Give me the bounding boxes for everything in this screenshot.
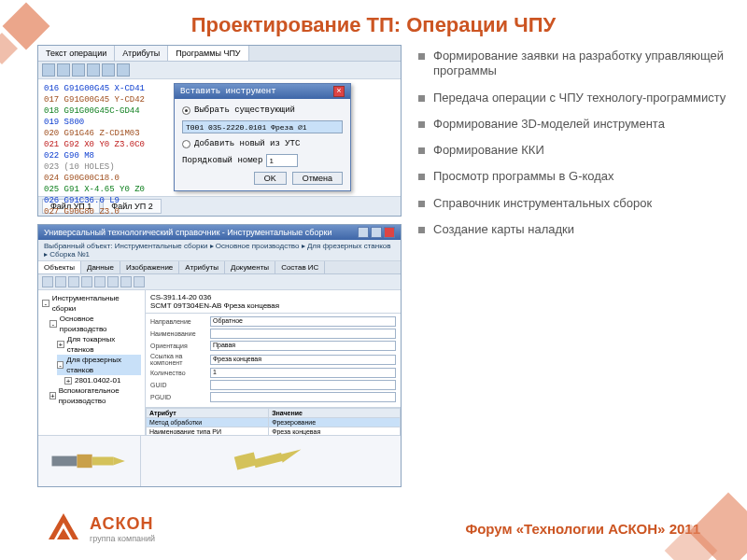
table-row[interactable]: Наименование типа РИФреза концевая [147,427,401,436]
cancel-button[interactable]: Отмена [292,172,343,185]
form-field[interactable]: 1 [210,368,396,378]
grid-header-val: Значение [269,409,401,418]
brand-name: АСКОН [90,514,155,534]
expand-icon[interactable]: + [57,341,64,348]
corner-deco-tl [0,0,75,75]
toolbar-icon[interactable] [134,276,145,287]
svg-rect-4 [234,452,257,469]
attribute-grid: Атрибут Значение Метод обработкиФрезеров… [146,408,401,435]
close-icon[interactable] [384,227,395,238]
ok-button[interactable]: OK [254,172,287,185]
code-window: Текст операции Атрибуты Программы ЧПУ 01… [37,45,402,217]
list-item[interactable]: CS-391.14-20 036 [150,293,396,301]
form-label: Направление [150,318,206,325]
toolbar-icon[interactable] [107,276,119,287]
close-icon[interactable]: × [333,86,345,97]
brand-sub: группа компаний [90,534,155,543]
expand-icon[interactable]: - [57,361,63,369]
expand-icon[interactable]: - [42,300,49,307]
reference-title: Универсальный технологический справочник… [44,228,331,237]
toolbar-icon[interactable] [94,276,106,287]
radio-existing-label: Выбрать существующий [194,105,295,116]
dialog-title: Вставить инструмент [180,86,276,97]
form-label: Ориентация [150,343,206,349]
dialog-titlebar: Вставить инструмент × [175,84,350,99]
toolbar-icon[interactable] [81,276,92,287]
tree-node-label: Основное производство [60,314,141,334]
form-label: GUID [150,382,206,388]
radio-new-uts[interactable] [182,140,190,148]
form-label: Количество [150,370,206,376]
expand-icon[interactable]: + [64,377,72,385]
reference-titlebar: Универсальный технологический справочник… [38,225,401,240]
form-field[interactable] [210,329,396,339]
toolbar-icon[interactable] [68,276,79,287]
form-field[interactable]: Фреза концевая [210,355,396,365]
max-icon[interactable] [371,227,382,238]
toolbar-icon[interactable] [55,276,66,287]
tree-node-label: 2801.0402-01 [75,375,120,385]
insert-tool-dialog: Вставить инструмент × Выбрать существующ… [174,83,351,191]
bullet-item: Просмотр программы в G-кодах [418,169,728,184]
toolbar-icon[interactable] [87,63,100,77]
ref-tab[interactable]: Состав ИС [275,261,325,273]
index-input[interactable] [266,154,298,167]
form-label: Ссылка на компонент [150,353,206,366]
feature-bullets: Формирование заявки на разработку управл… [418,45,728,237]
ref-tab[interactable]: Данные [81,261,120,273]
min-icon[interactable] [358,227,369,238]
form-label: PGUID [150,394,206,400]
toolbar-icon[interactable] [117,63,130,77]
tree-node[interactable]: +Для токарных станков [57,334,141,355]
toolbar-icon[interactable] [102,63,115,77]
code-toolbar [38,62,401,79]
code-window-tabs: Текст операции Атрибуты Программы ЧПУ [38,46,401,62]
svg-rect-2 [92,457,113,466]
tool-select-field[interactable]: T001 035-2220.0101 Фреза ⌀1 [182,120,343,133]
form-field[interactable] [210,380,396,390]
ref-tab[interactable]: Атрибуты [179,261,225,273]
cell-attr: Наименование типа РИ [147,427,269,436]
ascon-logo-icon [47,511,80,545]
tree-node[interactable]: +Вспомогательное производство [49,385,141,406]
tab-nc-programs[interactable]: Программы ЧПУ [168,46,248,61]
tree-node[interactable]: +2801.0402-01 [64,375,141,385]
radio-existing[interactable] [182,106,190,115]
bullet-item: Создание карты наладки [418,222,728,237]
code-line: 026 G91C36.0 L9 [44,195,395,206]
expand-icon[interactable]: + [49,392,56,399]
ref-tab[interactable]: Объекты [38,261,81,273]
cell-attr: Метод обработки [147,418,269,427]
table-row[interactable]: Метод обработкиФрезерование [147,418,401,427]
expand-icon[interactable]: - [49,320,57,328]
corner-deco-br [626,467,747,560]
form-field[interactable]: Правая [210,341,396,351]
tree-node[interactable]: -Для фрезерных станков [57,355,141,375]
list-item[interactable]: SCMT 09T304EN-AB Фреза концевая [150,301,396,310]
ref-tab[interactable]: Изображение [120,261,179,273]
item-list[interactable]: CS-391.14-20 036 SCMT 09T304EN-AB Фреза … [146,290,401,314]
code-body: 016 G91G00G45 X-CD41017 G91G00G45 Y-CD42… [38,79,401,196]
radio-new-uts-label: Добавить новый из УТС [194,138,300,149]
cell-value: Фрезерование [269,418,401,427]
form-label: Наименование [150,330,206,337]
toolbar-icon[interactable] [42,276,53,287]
svg-marker-3 [113,457,125,466]
tab-attributes[interactable]: Атрибуты [115,46,168,61]
svg-marker-6 [281,449,302,462]
tree-node[interactable]: -Инструментальные сборки [42,293,141,314]
reference-tabs: ОбъектыДанныеИзображениеАтрибутыДокумент… [38,261,401,274]
svg-rect-0 [51,456,77,467]
grid-header-attr: Атрибут [147,409,269,418]
form-row: GUID [150,380,396,390]
tree-node[interactable]: -Основное производство [49,314,141,334]
form-field[interactable]: Обратное [210,316,396,327]
svg-rect-1 [77,455,92,468]
tree-node-label: Инструментальные сборки [52,293,141,314]
form-field[interactable] [210,392,396,402]
bullet-item: Формирование заявки на разработку управл… [418,49,728,79]
toolbar-icon[interactable] [120,276,132,287]
category-tree[interactable]: -Инструментальные сборки-Основное произв… [38,290,146,435]
svg-rect-5 [253,453,283,468]
ref-tab[interactable]: Документы [225,261,275,273]
